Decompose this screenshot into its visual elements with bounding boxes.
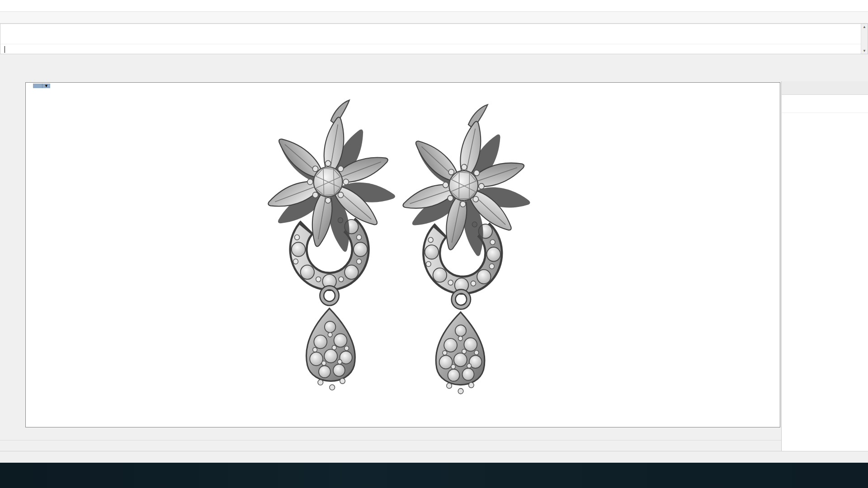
command-area[interactable]: ▲ ▼	[0, 23, 868, 54]
left-toolbar	[0, 81, 25, 440]
menu-bar	[0, 12, 868, 23]
toolbar-tab-row	[0, 54, 868, 66]
text-caret	[5, 46, 5, 53]
panel-view-buttons	[782, 95, 868, 113]
earring-3d-model[interactable]	[26, 83, 780, 427]
command-history-line2[interactable]	[0, 34, 868, 44]
scroll-up-icon[interactable]: ▲	[863, 24, 866, 30]
viewport-title-label[interactable]	[33, 84, 42, 88]
viewport-menu-arrow-icon[interactable]: ▼	[42, 84, 50, 88]
command-prompt[interactable]	[0, 44, 868, 54]
command-scrollbar[interactable]: ▲ ▼	[861, 24, 868, 54]
title-bar	[0, 0, 868, 12]
panel-tab-strip	[782, 81, 868, 95]
windows-taskbar	[0, 463, 868, 488]
command-history-line1	[0, 24, 868, 34]
main-toolbar	[0, 66, 868, 81]
rhino-app-icon	[3, 1, 12, 10]
viewport-tab-bar	[25, 427, 781, 440]
status-bar	[0, 451, 868, 463]
scroll-down-icon[interactable]: ▼	[863, 48, 866, 54]
properties-panel	[781, 81, 868, 451]
osnap-bar	[0, 440, 781, 451]
perspective-viewport[interactable]: ▼	[25, 82, 780, 427]
